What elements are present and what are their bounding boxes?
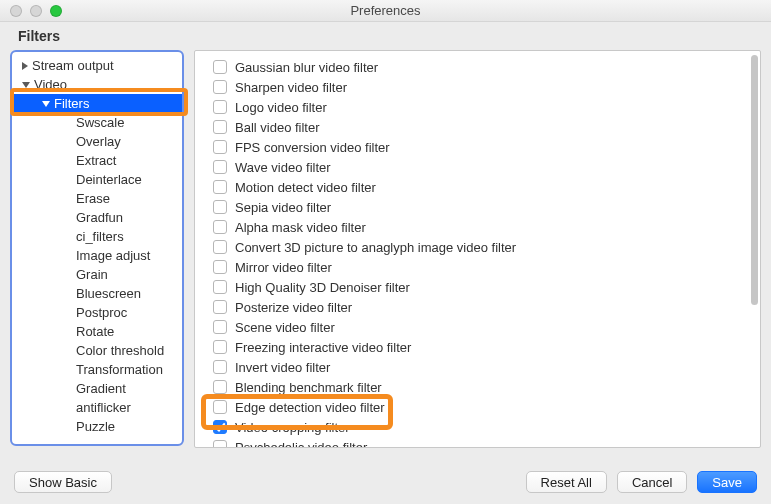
- sidebar-item-postproc[interactable]: Postproc: [12, 303, 182, 322]
- filter-item[interactable]: High Quality 3D Denoiser filter: [203, 277, 760, 297]
- sidebar-item-label: Gradient: [76, 381, 126, 396]
- filter-item[interactable]: Video cropping filter: [203, 417, 760, 437]
- filter-checkbox[interactable]: [213, 120, 227, 134]
- sidebar-item-video[interactable]: Video: [12, 75, 182, 94]
- filter-item[interactable]: Convert 3D picture to anaglyph image vid…: [203, 237, 760, 257]
- sidebar-item-overlay[interactable]: Overlay: [12, 132, 182, 151]
- sidebar-item-label: Rotate: [76, 324, 114, 339]
- filter-checkbox[interactable]: [213, 300, 227, 314]
- sidebar-tree: Stream outputVideoFiltersSwscaleOverlayE…: [12, 52, 182, 436]
- filter-item[interactable]: Mirror video filter: [203, 257, 760, 277]
- filter-item[interactable]: FPS conversion video filter: [203, 137, 760, 157]
- sidebar-item-ci_filters[interactable]: ci_filters: [12, 227, 182, 246]
- filter-checkbox[interactable]: [213, 180, 227, 194]
- filter-label: Scene video filter: [235, 320, 335, 335]
- sidebar-item-extract[interactable]: Extract: [12, 151, 182, 170]
- sidebar-item-label: Stream output: [32, 58, 114, 73]
- filter-checkbox[interactable]: [213, 440, 227, 448]
- sidebar-container: Stream outputVideoFiltersSwscaleOverlayE…: [10, 50, 184, 446]
- filter-checkbox[interactable]: [213, 380, 227, 394]
- disclosure-down-icon[interactable]: [22, 82, 30, 88]
- sidebar-item-filters[interactable]: Filters: [12, 94, 182, 113]
- scrollbar-thumb[interactable]: [751, 55, 758, 305]
- show-basic-button[interactable]: Show Basic: [14, 471, 112, 493]
- filter-checkbox[interactable]: [213, 340, 227, 354]
- sidebar[interactable]: Stream outputVideoFiltersSwscaleOverlayE…: [12, 52, 182, 444]
- sidebar-item-label: Image adjust: [76, 248, 150, 263]
- sidebar-item-swscale[interactable]: Swscale: [12, 113, 182, 132]
- filter-label: Posterize video filter: [235, 300, 352, 315]
- sidebar-item-label: Video: [34, 77, 67, 92]
- filter-item[interactable]: Gaussian blur video filter: [203, 57, 760, 77]
- disclosure-down-icon[interactable]: [42, 101, 50, 107]
- sidebar-item-label: Filters: [54, 96, 89, 111]
- filter-item[interactable]: Ball video filter: [203, 117, 760, 137]
- filter-item[interactable]: Freezing interactive video filter: [203, 337, 760, 357]
- sidebar-item-transformation[interactable]: Transformation: [12, 360, 182, 379]
- filter-checkbox[interactable]: [213, 320, 227, 334]
- filter-item[interactable]: Blending benchmark filter: [203, 377, 760, 397]
- disclosure-right-icon[interactable]: [22, 62, 28, 70]
- filter-label: Ball video filter: [235, 120, 320, 135]
- sidebar-item-label: Extract: [76, 153, 116, 168]
- filter-checkbox[interactable]: [213, 280, 227, 294]
- filter-checkbox[interactable]: [213, 80, 227, 94]
- sidebar-item-label: antiflicker: [76, 400, 131, 415]
- sidebar-item-rotate[interactable]: Rotate: [12, 322, 182, 341]
- sidebar-item-bluescreen[interactable]: Bluescreen: [12, 284, 182, 303]
- sidebar-item-deinterlace[interactable]: Deinterlace: [12, 170, 182, 189]
- sidebar-item-grain[interactable]: Grain: [12, 265, 182, 284]
- sidebar-item-gradfun[interactable]: Gradfun: [12, 208, 182, 227]
- filter-checkbox[interactable]: [213, 200, 227, 214]
- filter-item[interactable]: Psychedelic video filter: [203, 437, 760, 448]
- filter-checkbox[interactable]: [213, 60, 227, 74]
- filter-checkbox[interactable]: [213, 420, 227, 434]
- filter-label: Edge detection video filter: [235, 400, 385, 415]
- filter-item[interactable]: Logo video filter: [203, 97, 760, 117]
- sidebar-item-label: Grain: [76, 267, 108, 282]
- reset-all-button[interactable]: Reset All: [526, 471, 607, 493]
- sidebar-item-label: Puzzle: [76, 419, 115, 434]
- bottom-bar: Show Basic Reset All Cancel Save: [0, 460, 771, 504]
- filter-item[interactable]: Alpha mask video filter: [203, 217, 760, 237]
- titlebar: Preferences: [0, 0, 771, 22]
- filter-label: High Quality 3D Denoiser filter: [235, 280, 410, 295]
- sidebar-item-image-adjust[interactable]: Image adjust: [12, 246, 182, 265]
- filter-checkbox[interactable]: [213, 400, 227, 414]
- filter-item[interactable]: Scene video filter: [203, 317, 760, 337]
- filter-checkbox[interactable]: [213, 240, 227, 254]
- sidebar-item-erase[interactable]: Erase: [12, 189, 182, 208]
- filter-item[interactable]: Sharpen video filter: [203, 77, 760, 97]
- filter-item[interactable]: Posterize video filter: [203, 297, 760, 317]
- filter-item[interactable]: Invert video filter: [203, 357, 760, 377]
- filter-checkbox[interactable]: [213, 140, 227, 154]
- filter-label: Motion detect video filter: [235, 180, 376, 195]
- filter-label: Convert 3D picture to anaglyph image vid…: [235, 240, 516, 255]
- filter-label: Sepia video filter: [235, 200, 331, 215]
- window-title: Preferences: [0, 3, 771, 18]
- save-button[interactable]: Save: [697, 471, 757, 493]
- filter-checkbox[interactable]: [213, 260, 227, 274]
- filter-checkbox[interactable]: [213, 360, 227, 374]
- filter-item[interactable]: Motion detect video filter: [203, 177, 760, 197]
- filter-label: Sharpen video filter: [235, 80, 347, 95]
- sidebar-item-color-threshold[interactable]: Color threshold: [12, 341, 182, 360]
- sidebar-item-gradient[interactable]: Gradient: [12, 379, 182, 398]
- sidebar-item-label: Overlay: [76, 134, 121, 149]
- filter-checkbox[interactable]: [213, 100, 227, 114]
- filter-item[interactable]: Wave video filter: [203, 157, 760, 177]
- filter-item[interactable]: Sepia video filter: [203, 197, 760, 217]
- cancel-button[interactable]: Cancel: [617, 471, 687, 493]
- sidebar-item-stream-output[interactable]: Stream output: [12, 56, 182, 75]
- filter-checkbox[interactable]: [213, 220, 227, 234]
- sidebar-item-label: Swscale: [76, 115, 124, 130]
- filter-item[interactable]: Edge detection video filter: [203, 397, 760, 417]
- sidebar-item-antiflicker[interactable]: antiflicker: [12, 398, 182, 417]
- filter-panel: Gaussian blur video filterSharpen video …: [194, 50, 761, 448]
- filter-checkbox[interactable]: [213, 160, 227, 174]
- sidebar-item-label: Postproc: [76, 305, 127, 320]
- filter-list: Gaussian blur video filterSharpen video …: [195, 51, 760, 448]
- sidebar-item-label: Deinterlace: [76, 172, 142, 187]
- sidebar-item-puzzle[interactable]: Puzzle: [12, 417, 182, 436]
- sidebar-item-label: ci_filters: [76, 229, 124, 244]
